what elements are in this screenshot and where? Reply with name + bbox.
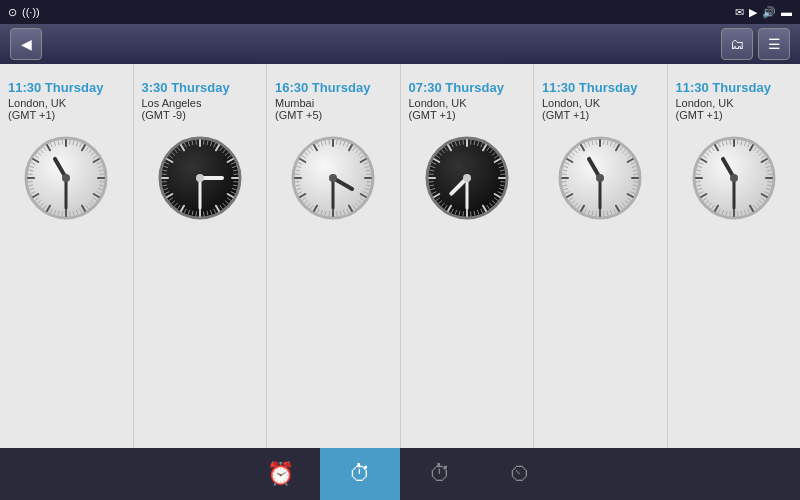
clock-city-4: London, UK bbox=[542, 97, 659, 109]
clock-face-1 bbox=[155, 133, 245, 223]
clock-col-0[interactable]: 11:30 ThursdayLondon, UK(GMT +1) bbox=[0, 64, 134, 448]
clock-gmt-3: (GMT +1) bbox=[409, 109, 526, 121]
stopwatch-tab[interactable]: ⏱ bbox=[400, 448, 480, 500]
folder-button[interactable]: 🗂 bbox=[721, 28, 753, 60]
battery-icon: ▬ bbox=[781, 6, 792, 18]
clock-face-0 bbox=[21, 133, 111, 223]
volume-icon: 🔊 bbox=[762, 6, 776, 19]
clocks-container: 11:30 ThursdayLondon, UK(GMT +1) 3:30 Th… bbox=[0, 64, 800, 448]
mail-icon: ✉ bbox=[735, 6, 744, 19]
title-bar-actions: 🗂 ☰ bbox=[721, 28, 790, 60]
clock-col-2[interactable]: 16:30 ThursdayMumbai(GMT +5) bbox=[267, 64, 401, 448]
clock-time-5: 11:30 Thursday bbox=[676, 80, 793, 95]
timer-tab[interactable]: ⏲ bbox=[480, 448, 560, 500]
signal-icon: ((·)) bbox=[22, 6, 40, 18]
clock-time-0: 11:30 Thursday bbox=[8, 80, 125, 95]
clock-city-3: London, UK bbox=[409, 97, 526, 109]
status-left: ⊙ ((·)) bbox=[8, 6, 50, 19]
svg-point-255 bbox=[463, 174, 471, 182]
svg-point-191 bbox=[329, 174, 337, 182]
clock-face-4 bbox=[555, 133, 645, 223]
clock-col-4[interactable]: 11:30 ThursdayLondon, UK(GMT +1) bbox=[534, 64, 668, 448]
clock-face-5 bbox=[689, 133, 779, 223]
clock-gmt-1: (GMT -9) bbox=[142, 109, 259, 121]
clock-tab[interactable]: ⏱ bbox=[320, 448, 400, 500]
clock-face-3 bbox=[422, 133, 512, 223]
clock-col-5[interactable]: 11:30 ThursdayLondon, UK(GMT +1) bbox=[668, 64, 801, 448]
svg-point-383 bbox=[730, 174, 738, 182]
clock-gmt-2: (GMT +5) bbox=[275, 109, 392, 121]
clock-face-2 bbox=[288, 133, 378, 223]
clock-time-2: 16:30 Thursday bbox=[275, 80, 392, 95]
clock-col-3[interactable]: 07:30 ThursdayLondon, UK(GMT +1) bbox=[401, 64, 535, 448]
svg-point-319 bbox=[596, 174, 604, 182]
clock-time-1: 3:30 Thursday bbox=[142, 80, 259, 95]
clock-city-5: London, UK bbox=[676, 97, 793, 109]
clock-gmt-5: (GMT +1) bbox=[676, 109, 793, 121]
clock-city-2: Mumbai bbox=[275, 97, 392, 109]
play-icon: ▶ bbox=[749, 6, 757, 19]
back-button[interactable]: ◀ bbox=[10, 28, 42, 60]
clock-gmt-0: (GMT +1) bbox=[8, 109, 125, 121]
status-bar: ⊙ ((·)) ✉ ▶ 🔊 ▬ bbox=[0, 0, 800, 24]
alarm-tab[interactable]: ⏰ bbox=[240, 448, 320, 500]
clock-city-0: London, UK bbox=[8, 97, 125, 109]
svg-point-63 bbox=[62, 174, 70, 182]
clock-city-1: Los Angeles bbox=[142, 97, 259, 109]
wifi-icon: ⊙ bbox=[8, 6, 17, 19]
menu-button[interactable]: ☰ bbox=[758, 28, 790, 60]
clock-time-4: 11:30 Thursday bbox=[542, 80, 659, 95]
svg-point-127 bbox=[196, 174, 204, 182]
clock-gmt-4: (GMT +1) bbox=[542, 109, 659, 121]
clock-col-1[interactable]: 3:30 ThursdayLos Angeles(GMT -9) bbox=[134, 64, 268, 448]
clock-time-3: 07:30 Thursday bbox=[409, 80, 526, 95]
status-right: ✉ ▶ 🔊 ▬ bbox=[735, 6, 792, 19]
title-bar: ◀ 🗂 ☰ bbox=[0, 24, 800, 64]
tab-bar: ⏰⏱⏱⏲ bbox=[0, 448, 800, 500]
